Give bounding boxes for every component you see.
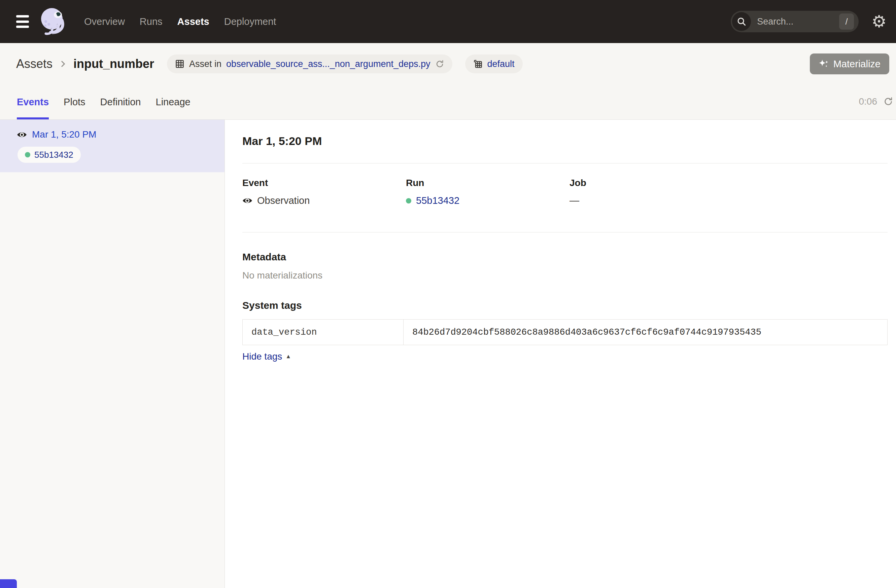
asset-tabs: Events Plots Definition Lineage 0:06 [0, 85, 896, 120]
event-run-pill[interactable]: 55b13432 [17, 147, 81, 163]
code-location-link[interactable]: default [488, 59, 515, 69]
reload-definition-icon[interactable] [435, 59, 444, 68]
nav-item-assets[interactable]: Assets [177, 16, 209, 27]
event-run-id: 55b13432 [34, 150, 73, 160]
metadata-empty-text: No materializations [242, 270, 888, 281]
event-list-item-selected[interactable]: Mar 1, 5:20 PM 55b13432 [0, 120, 224, 172]
triangle-up-icon: ▲ [285, 353, 291, 360]
asset-file-link[interactable]: observable_source_ass..._non_argument_de… [226, 59, 430, 69]
run-status-dot [406, 198, 411, 204]
refresh-icon[interactable] [883, 97, 893, 106]
tab-lineage[interactable]: Lineage [156, 85, 190, 119]
system-tags-heading: System tags [242, 300, 888, 311]
run-column: Run 55b13432 [406, 178, 570, 206]
event-timestamp-link[interactable]: Mar 1, 5:20 PM [32, 129, 96, 140]
materialize-label: Materialize [834, 59, 881, 70]
nav-item-overview[interactable]: Overview [84, 16, 125, 27]
job-column-label: Job [570, 178, 733, 188]
content-area: Mar 1, 5:20 PM 55b13432 Mar 1, 5:20 PM E… [0, 120, 896, 588]
tab-definition[interactable]: Definition [100, 85, 141, 119]
menu-icon[interactable] [16, 15, 29, 28]
search-box[interactable]: / [731, 11, 859, 32]
refresh-countdown: 0:06 [859, 96, 878, 107]
tag-key-cell: data_version [243, 319, 404, 345]
top-nav: Overview Runs Assets Deployment / ⚙ [0, 0, 896, 43]
run-status-dot [25, 152, 30, 157]
event-column: Event Observation [242, 178, 406, 206]
job-column: Job — [570, 178, 733, 206]
asset-grid-icon [175, 59, 184, 68]
search-icon [732, 12, 751, 31]
event-list-sidebar: Mar 1, 5:20 PM 55b13432 [0, 120, 225, 588]
dagster-logo-icon[interactable] [38, 5, 70, 38]
asset-definition-pill: Asset in observable_source_ass..._non_ar… [167, 55, 452, 73]
asset-name: input_number [73, 57, 154, 71]
code-location-icon [473, 59, 483, 68]
bottom-left-accent [0, 579, 17, 588]
hide-tags-link[interactable]: Hide tags ▲ [242, 351, 291, 362]
search-shortcut-key: / [839, 14, 854, 30]
breadcrumb-assets-link[interactable]: Assets [16, 57, 52, 71]
code-location-pill: default [465, 55, 523, 73]
job-empty-value: — [570, 195, 579, 206]
nav-item-runs[interactable]: Runs [140, 16, 163, 27]
event-detail-title: Mar 1, 5:20 PM [242, 135, 888, 148]
tag-value-cell: 84b26d7d9204cbf588026c8a9886d403a6c9637c… [404, 319, 887, 345]
run-id-link[interactable]: 55b13432 [416, 195, 459, 206]
nav-item-deployment[interactable]: Deployment [224, 16, 276, 27]
asset-header: Assets input_number Asset in observable_… [0, 43, 896, 85]
tab-events[interactable]: Events [17, 85, 49, 119]
asset-in-label: Asset in [189, 59, 221, 69]
event-detail-panel: Mar 1, 5:20 PM Event Observation [225, 120, 896, 588]
settings-gear-icon[interactable]: ⚙ [872, 13, 887, 30]
metadata-heading: Metadata [242, 251, 888, 263]
refresh-zone: 0:06 [859, 85, 894, 119]
observation-eye-icon [242, 197, 253, 204]
event-column-label: Event [242, 178, 406, 188]
chevron-right-icon [59, 59, 67, 68]
primary-nav: Overview Runs Assets Deployment [84, 16, 276, 27]
system-tags-table: data_version 84b26d7d9204cbf588026c8a988… [242, 319, 888, 345]
event-type-value: Observation [257, 195, 310, 206]
run-column-label: Run [406, 178, 570, 188]
hide-tags-label: Hide tags [242, 351, 282, 362]
tab-plots[interactable]: Plots [64, 85, 85, 119]
sparkle-icon [818, 59, 829, 69]
materialize-button[interactable]: Materialize [810, 53, 889, 74]
observation-eye-icon [17, 131, 27, 138]
search-input[interactable] [757, 17, 839, 27]
